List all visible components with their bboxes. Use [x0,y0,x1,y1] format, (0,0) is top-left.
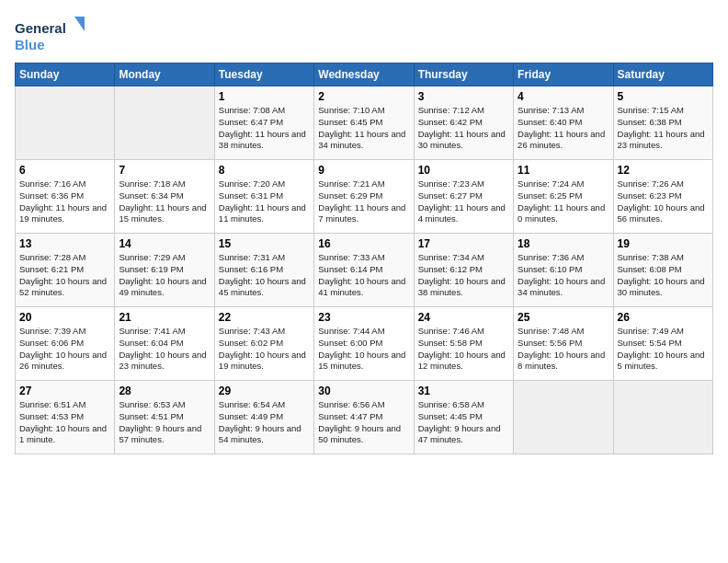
day-number: 11 [518,164,609,177]
day-header-friday: Friday [514,63,613,86]
day-header-thursday: Thursday [414,63,513,86]
day-number: 28 [119,385,210,397]
week-row-5: 27Sunrise: 6:51 AM Sunset: 4:53 PM Dayli… [16,381,713,454]
day-detail: Sunrise: 7:41 AM Sunset: 6:04 PM Dayligh… [119,326,210,373]
day-number: 5 [618,90,709,103]
calendar-cell: 9Sunrise: 7:21 AM Sunset: 6:29 PM Daylig… [314,160,414,234]
day-detail: Sunrise: 7:33 AM Sunset: 6:14 PM Dayligh… [318,252,409,299]
day-number: 26 [618,311,709,324]
day-number: 6 [19,164,110,177]
calendar-cell: 26Sunrise: 7:49 AM Sunset: 5:54 PM Dayli… [613,307,712,381]
day-detail: Sunrise: 7:08 AM Sunset: 6:47 PM Dayligh… [219,105,310,152]
calendar-cell: 18Sunrise: 7:36 AM Sunset: 6:10 PM Dayli… [514,234,613,307]
day-detail: Sunrise: 6:53 AM Sunset: 4:51 PM Dayligh… [119,399,210,446]
day-detail: Sunrise: 6:54 AM Sunset: 4:49 PM Dayligh… [219,399,310,446]
logo: General Blue [15,15,88,55]
day-number: 17 [418,237,509,250]
week-row-2: 6Sunrise: 7:16 AM Sunset: 6:36 PM Daylig… [16,160,713,234]
calendar-cell: 13Sunrise: 7:28 AM Sunset: 6:21 PM Dayli… [16,234,115,307]
day-detail: Sunrise: 7:23 AM Sunset: 6:27 PM Dayligh… [418,178,509,225]
calendar-cell: 5Sunrise: 7:15 AM Sunset: 6:38 PM Daylig… [613,86,712,160]
day-number: 16 [318,237,409,250]
day-number: 31 [418,385,509,397]
logo-svg: General Blue [15,15,88,55]
day-header-sunday: Sunday [16,63,115,86]
calendar-cell: 21Sunrise: 7:41 AM Sunset: 6:04 PM Dayli… [115,307,214,381]
calendar-cell: 4Sunrise: 7:13 AM Sunset: 6:40 PM Daylig… [514,86,613,160]
calendar-table: SundayMondayTuesdayWednesdayThursdayFrid… [15,63,713,454]
day-number: 20 [19,311,110,324]
day-detail: Sunrise: 7:29 AM Sunset: 6:19 PM Dayligh… [119,252,210,299]
day-number: 8 [219,164,310,177]
day-number: 30 [318,385,409,397]
day-detail: Sunrise: 6:51 AM Sunset: 4:53 PM Dayligh… [19,399,110,446]
calendar-cell: 19Sunrise: 7:38 AM Sunset: 6:08 PM Dayli… [613,234,712,307]
calendar-cell [613,381,712,454]
day-number: 25 [518,311,609,324]
day-detail: Sunrise: 7:10 AM Sunset: 6:45 PM Dayligh… [318,105,409,152]
day-number: 10 [418,164,509,177]
calendar-cell [115,86,214,160]
calendar-cell: 7Sunrise: 7:18 AM Sunset: 6:34 PM Daylig… [115,160,214,234]
day-detail: Sunrise: 7:36 AM Sunset: 6:10 PM Dayligh… [518,252,609,299]
day-detail: Sunrise: 7:39 AM Sunset: 6:06 PM Dayligh… [19,326,110,373]
day-number: 2 [318,90,409,103]
calendar-cell: 15Sunrise: 7:31 AM Sunset: 6:16 PM Dayli… [214,234,313,307]
calendar-cell: 25Sunrise: 7:48 AM Sunset: 5:56 PM Dayli… [514,307,613,381]
day-number: 4 [518,90,609,103]
calendar-cell: 1Sunrise: 7:08 AM Sunset: 6:47 PM Daylig… [214,86,313,160]
calendar-cell: 8Sunrise: 7:20 AM Sunset: 6:31 PM Daylig… [214,160,313,234]
day-header-wednesday: Wednesday [314,63,414,86]
calendar-cell [514,381,613,454]
calendar-cell: 10Sunrise: 7:23 AM Sunset: 6:27 PM Dayli… [414,160,513,234]
day-header-monday: Monday [115,63,214,86]
calendar-cell: 23Sunrise: 7:44 AM Sunset: 6:00 PM Dayli… [314,307,414,381]
day-number: 1 [219,90,310,103]
day-detail: Sunrise: 7:12 AM Sunset: 6:42 PM Dayligh… [418,105,509,152]
week-row-3: 13Sunrise: 7:28 AM Sunset: 6:21 PM Dayli… [16,234,713,307]
day-detail: Sunrise: 7:26 AM Sunset: 6:23 PM Dayligh… [618,178,709,225]
day-detail: Sunrise: 7:16 AM Sunset: 6:36 PM Dayligh… [19,178,110,225]
calendar-cell: 14Sunrise: 7:29 AM Sunset: 6:19 PM Dayli… [115,234,214,307]
calendar-cell: 17Sunrise: 7:34 AM Sunset: 6:12 PM Dayli… [414,234,513,307]
calendar-cell: 31Sunrise: 6:58 AM Sunset: 4:45 PM Dayli… [414,381,513,454]
day-number: 21 [119,311,210,324]
week-row-4: 20Sunrise: 7:39 AM Sunset: 6:06 PM Dayli… [16,307,713,381]
day-detail: Sunrise: 7:49 AM Sunset: 5:54 PM Dayligh… [618,326,709,373]
day-detail: Sunrise: 7:34 AM Sunset: 6:12 PM Dayligh… [418,252,509,299]
day-detail: Sunrise: 7:24 AM Sunset: 6:25 PM Dayligh… [518,178,609,225]
day-number: 19 [618,237,709,250]
svg-text:General: General [15,20,66,36]
svg-text:Blue: Blue [15,37,45,52]
day-number: 23 [318,311,409,324]
day-number: 15 [219,237,310,250]
day-detail: Sunrise: 7:48 AM Sunset: 5:56 PM Dayligh… [518,326,609,373]
calendar-cell: 22Sunrise: 7:43 AM Sunset: 6:02 PM Dayli… [214,307,313,381]
day-detail: Sunrise: 7:18 AM Sunset: 6:34 PM Dayligh… [119,178,210,225]
day-detail: Sunrise: 7:15 AM Sunset: 6:38 PM Dayligh… [618,105,709,152]
day-number: 18 [518,237,609,250]
day-number: 13 [19,237,110,250]
svg-marker-1 [74,17,85,31]
day-number: 7 [119,164,210,177]
day-number: 24 [418,311,509,324]
day-number: 29 [219,385,310,397]
day-detail: Sunrise: 7:20 AM Sunset: 6:31 PM Dayligh… [219,178,310,225]
day-detail: Sunrise: 7:28 AM Sunset: 6:21 PM Dayligh… [19,252,110,299]
calendar-cell: 2Sunrise: 7:10 AM Sunset: 6:45 PM Daylig… [314,86,414,160]
calendar-cell: 27Sunrise: 6:51 AM Sunset: 4:53 PM Dayli… [16,381,115,454]
day-header-tuesday: Tuesday [214,63,313,86]
day-detail: Sunrise: 7:43 AM Sunset: 6:02 PM Dayligh… [219,326,310,373]
day-detail: Sunrise: 7:21 AM Sunset: 6:29 PM Dayligh… [318,178,409,225]
calendar-cell: 28Sunrise: 6:53 AM Sunset: 4:51 PM Dayli… [115,381,214,454]
page-header: General Blue [15,15,713,55]
week-row-1: 1Sunrise: 7:08 AM Sunset: 6:47 PM Daylig… [16,86,713,160]
calendar-cell: 16Sunrise: 7:33 AM Sunset: 6:14 PM Dayli… [314,234,414,307]
day-detail: Sunrise: 6:58 AM Sunset: 4:45 PM Dayligh… [418,399,509,446]
day-number: 9 [318,164,409,177]
day-number: 27 [19,385,110,397]
calendar-cell [16,86,115,160]
day-number: 22 [219,311,310,324]
calendar-cell: 3Sunrise: 7:12 AM Sunset: 6:42 PM Daylig… [414,86,513,160]
header-row: SundayMondayTuesdayWednesdayThursdayFrid… [16,63,713,86]
